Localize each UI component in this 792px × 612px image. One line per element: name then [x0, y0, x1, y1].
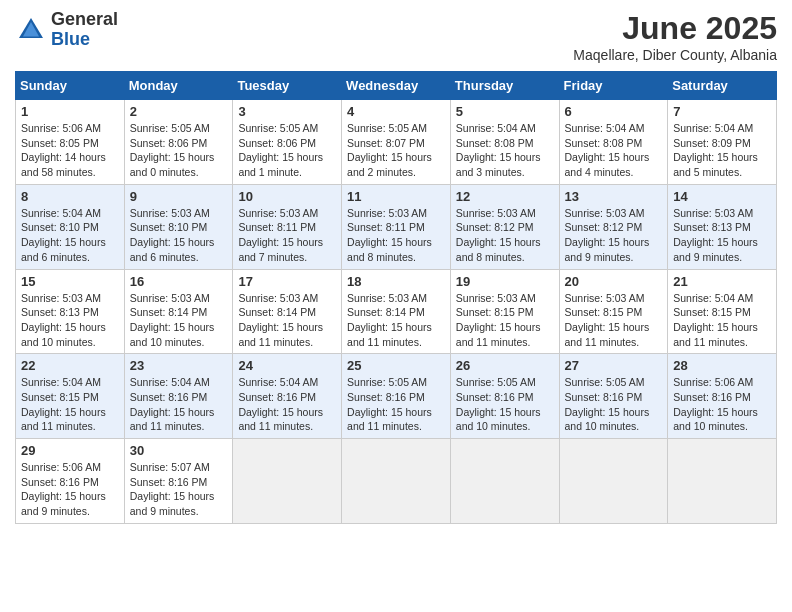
day-info: Sunrise: 5:04 AMSunset: 8:08 PMDaylight:… [456, 121, 554, 180]
day-info: Sunrise: 5:06 AMSunset: 8:16 PMDaylight:… [673, 375, 771, 434]
day-number: 4 [347, 104, 445, 119]
table-row: 9Sunrise: 5:03 AMSunset: 8:10 PMDaylight… [124, 184, 233, 269]
day-number: 22 [21, 358, 119, 373]
day-number: 1 [21, 104, 119, 119]
day-number: 12 [456, 189, 554, 204]
day-number: 7 [673, 104, 771, 119]
month-title: June 2025 [573, 10, 777, 47]
day-info: Sunrise: 5:03 AMSunset: 8:14 PMDaylight:… [347, 291, 445, 350]
table-row: 26Sunrise: 5:05 AMSunset: 8:16 PMDayligh… [450, 354, 559, 439]
day-info: Sunrise: 5:03 AMSunset: 8:14 PMDaylight:… [130, 291, 228, 350]
day-info: Sunrise: 5:03 AMSunset: 8:15 PMDaylight:… [565, 291, 663, 350]
table-row: 29Sunrise: 5:06 AMSunset: 8:16 PMDayligh… [16, 439, 125, 524]
day-info: Sunrise: 5:04 AMSunset: 8:09 PMDaylight:… [673, 121, 771, 180]
table-row: 28Sunrise: 5:06 AMSunset: 8:16 PMDayligh… [668, 354, 777, 439]
table-row: 8Sunrise: 5:04 AMSunset: 8:10 PMDaylight… [16, 184, 125, 269]
day-info: Sunrise: 5:03 AMSunset: 8:12 PMDaylight:… [456, 206, 554, 265]
day-info: Sunrise: 5:03 AMSunset: 8:11 PMDaylight:… [238, 206, 336, 265]
table-row: 5Sunrise: 5:04 AMSunset: 8:08 PMDaylight… [450, 100, 559, 185]
day-info: Sunrise: 5:04 AMSunset: 8:10 PMDaylight:… [21, 206, 119, 265]
table-row [342, 439, 451, 524]
day-number: 3 [238, 104, 336, 119]
table-row: 16Sunrise: 5:03 AMSunset: 8:14 PMDayligh… [124, 269, 233, 354]
col-friday: Friday [559, 72, 668, 100]
table-row: 2Sunrise: 5:05 AMSunset: 8:06 PMDaylight… [124, 100, 233, 185]
table-row: 14Sunrise: 5:03 AMSunset: 8:13 PMDayligh… [668, 184, 777, 269]
table-row: 1Sunrise: 5:06 AMSunset: 8:05 PMDaylight… [16, 100, 125, 185]
table-row [559, 439, 668, 524]
table-row: 4Sunrise: 5:05 AMSunset: 8:07 PMDaylight… [342, 100, 451, 185]
day-info: Sunrise: 5:06 AMSunset: 8:16 PMDaylight:… [21, 460, 119, 519]
table-row: 17Sunrise: 5:03 AMSunset: 8:14 PMDayligh… [233, 269, 342, 354]
table-row: 3Sunrise: 5:05 AMSunset: 8:06 PMDaylight… [233, 100, 342, 185]
day-info: Sunrise: 5:05 AMSunset: 8:06 PMDaylight:… [130, 121, 228, 180]
day-info: Sunrise: 5:03 AMSunset: 8:13 PMDaylight:… [21, 291, 119, 350]
day-number: 8 [21, 189, 119, 204]
table-row [233, 439, 342, 524]
col-wednesday: Wednesday [342, 72, 451, 100]
table-row: 7Sunrise: 5:04 AMSunset: 8:09 PMDaylight… [668, 100, 777, 185]
table-row: 11Sunrise: 5:03 AMSunset: 8:11 PMDayligh… [342, 184, 451, 269]
day-info: Sunrise: 5:03 AMSunset: 8:13 PMDaylight:… [673, 206, 771, 265]
day-number: 26 [456, 358, 554, 373]
table-row: 6Sunrise: 5:04 AMSunset: 8:08 PMDaylight… [559, 100, 668, 185]
table-row: 10Sunrise: 5:03 AMSunset: 8:11 PMDayligh… [233, 184, 342, 269]
col-saturday: Saturday [668, 72, 777, 100]
day-number: 9 [130, 189, 228, 204]
day-info: Sunrise: 5:04 AMSunset: 8:15 PMDaylight:… [673, 291, 771, 350]
day-info: Sunrise: 5:04 AMSunset: 8:08 PMDaylight:… [565, 121, 663, 180]
table-row: 15Sunrise: 5:03 AMSunset: 8:13 PMDayligh… [16, 269, 125, 354]
day-number: 16 [130, 274, 228, 289]
table-row: 12Sunrise: 5:03 AMSunset: 8:12 PMDayligh… [450, 184, 559, 269]
day-number: 25 [347, 358, 445, 373]
table-row [668, 439, 777, 524]
day-info: Sunrise: 5:03 AMSunset: 8:14 PMDaylight:… [238, 291, 336, 350]
calendar-table: Sunday Monday Tuesday Wednesday Thursday… [15, 71, 777, 524]
day-number: 19 [456, 274, 554, 289]
calendar-week-row: 15Sunrise: 5:03 AMSunset: 8:13 PMDayligh… [16, 269, 777, 354]
calendar-week-row: 22Sunrise: 5:04 AMSunset: 8:15 PMDayligh… [16, 354, 777, 439]
table-row: 13Sunrise: 5:03 AMSunset: 8:12 PMDayligh… [559, 184, 668, 269]
day-number: 21 [673, 274, 771, 289]
day-number: 28 [673, 358, 771, 373]
title-block: June 2025 Maqellare, Diber County, Alban… [573, 10, 777, 63]
day-number: 24 [238, 358, 336, 373]
location: Maqellare, Diber County, Albania [573, 47, 777, 63]
day-number: 30 [130, 443, 228, 458]
calendar-week-row: 1Sunrise: 5:06 AMSunset: 8:05 PMDaylight… [16, 100, 777, 185]
day-info: Sunrise: 5:04 AMSunset: 8:15 PMDaylight:… [21, 375, 119, 434]
day-info: Sunrise: 5:03 AMSunset: 8:15 PMDaylight:… [456, 291, 554, 350]
logo: General Blue [15, 10, 118, 50]
calendar-week-row: 29Sunrise: 5:06 AMSunset: 8:16 PMDayligh… [16, 439, 777, 524]
day-number: 11 [347, 189, 445, 204]
table-row: 19Sunrise: 5:03 AMSunset: 8:15 PMDayligh… [450, 269, 559, 354]
day-number: 2 [130, 104, 228, 119]
col-sunday: Sunday [16, 72, 125, 100]
table-row: 27Sunrise: 5:05 AMSunset: 8:16 PMDayligh… [559, 354, 668, 439]
day-info: Sunrise: 5:03 AMSunset: 8:12 PMDaylight:… [565, 206, 663, 265]
table-row: 18Sunrise: 5:03 AMSunset: 8:14 PMDayligh… [342, 269, 451, 354]
day-number: 5 [456, 104, 554, 119]
table-row: 23Sunrise: 5:04 AMSunset: 8:16 PMDayligh… [124, 354, 233, 439]
table-row: 30Sunrise: 5:07 AMSunset: 8:16 PMDayligh… [124, 439, 233, 524]
day-info: Sunrise: 5:03 AMSunset: 8:10 PMDaylight:… [130, 206, 228, 265]
table-row [450, 439, 559, 524]
col-monday: Monday [124, 72, 233, 100]
day-info: Sunrise: 5:05 AMSunset: 8:16 PMDaylight:… [565, 375, 663, 434]
day-info: Sunrise: 5:05 AMSunset: 8:16 PMDaylight:… [347, 375, 445, 434]
col-thursday: Thursday [450, 72, 559, 100]
day-number: 18 [347, 274, 445, 289]
day-number: 6 [565, 104, 663, 119]
table-row: 21Sunrise: 5:04 AMSunset: 8:15 PMDayligh… [668, 269, 777, 354]
day-info: Sunrise: 5:05 AMSunset: 8:16 PMDaylight:… [456, 375, 554, 434]
page-header: General Blue June 2025 Maqellare, Diber … [15, 10, 777, 63]
day-number: 23 [130, 358, 228, 373]
table-row: 24Sunrise: 5:04 AMSunset: 8:16 PMDayligh… [233, 354, 342, 439]
table-row: 22Sunrise: 5:04 AMSunset: 8:15 PMDayligh… [16, 354, 125, 439]
day-number: 10 [238, 189, 336, 204]
day-number: 17 [238, 274, 336, 289]
calendar-week-row: 8Sunrise: 5:04 AMSunset: 8:10 PMDaylight… [16, 184, 777, 269]
day-info: Sunrise: 5:05 AMSunset: 8:06 PMDaylight:… [238, 121, 336, 180]
day-info: Sunrise: 5:04 AMSunset: 8:16 PMDaylight:… [130, 375, 228, 434]
table-row: 25Sunrise: 5:05 AMSunset: 8:16 PMDayligh… [342, 354, 451, 439]
